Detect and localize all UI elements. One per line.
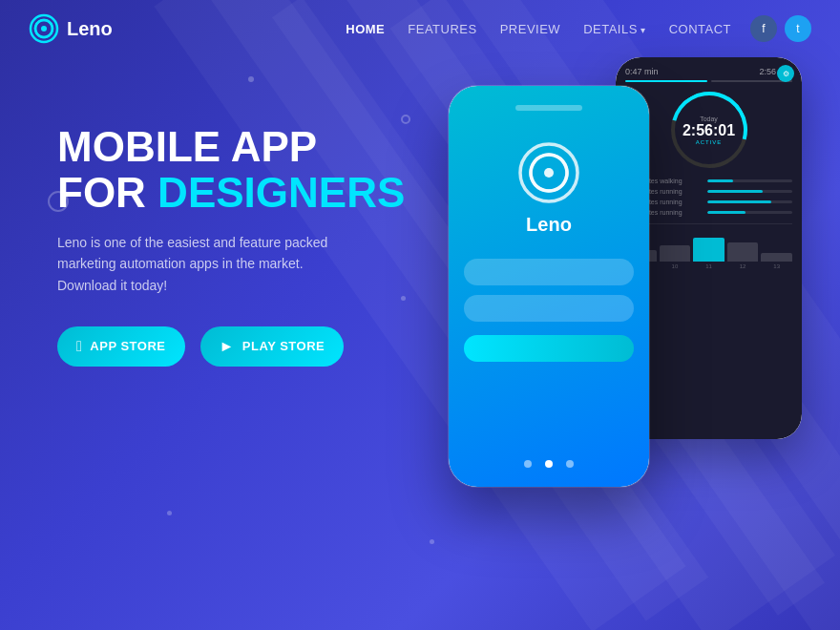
nav-features[interactable]: FEATURES <box>408 22 476 36</box>
activity-4: 29 minutes running <box>625 209 792 216</box>
appstore-label: APP STORE <box>90 339 165 353</box>
phone2-dividers <box>625 80 792 82</box>
phones-container: Leno ⚙ 0:47 m <box>420 57 802 592</box>
phone-footer-dots <box>524 460 574 468</box>
svg-point-3 <box>41 26 47 32</box>
activity-1: 21 minutes walking <box>625 178 792 184</box>
twitter-button[interactable]: t <box>785 15 811 42</box>
navbar: Leno HOME FEATURES PREVIEW DETAILS CONTA… <box>0 0 840 57</box>
phone-app-name: Leno <box>526 214 572 236</box>
decorative-dot <box>401 115 410 124</box>
activity-3: 55 minutes running <box>625 199 792 205</box>
hero-title-line1: MOBILE APP <box>57 123 317 170</box>
brand-name: Leno <box>67 18 113 40</box>
nav-contact[interactable]: CONTACT <box>669 22 731 36</box>
nav-home[interactable]: HOME <box>346 22 385 36</box>
dot-1 <box>524 460 532 468</box>
dot-3 <box>566 460 574 468</box>
phone2-time-left-val: 0:47 <box>625 67 642 76</box>
dot-2 <box>545 460 553 468</box>
apple-icon:  <box>76 338 82 355</box>
phone2-chart <box>625 223 792 262</box>
activity-4-fill <box>707 211 746 214</box>
hero-title-line2-normal: FOR <box>57 169 158 216</box>
decorative-dot <box>248 76 254 82</box>
phone2-time-left-unit: min <box>644 67 659 76</box>
hero-subtitle: Leno is one of the easiest and feature p… <box>57 232 363 296</box>
logo[interactable]: Leno <box>29 13 113 44</box>
chart-label-2: 10 <box>660 263 691 269</box>
phone2-circle: Today 2:56:01 ACTIVE <box>671 92 747 168</box>
phone2-arc <box>657 77 761 181</box>
phone-password-input <box>464 295 634 322</box>
activity-2-fill <box>707 190 763 193</box>
activity-1-fill <box>707 179 733 182</box>
phone-logo-icon <box>515 139 582 206</box>
chart-label-3: 11 <box>693 263 724 269</box>
phone-username-input <box>464 259 634 285</box>
facebook-button[interactable]: f <box>750 15 777 42</box>
phone2-time-left: 0:47 min <box>625 67 659 76</box>
phone-login-button <box>464 335 634 362</box>
playstore-label: PLAY STORE <box>242 339 325 353</box>
play-icon: ► <box>220 338 235 355</box>
hero-title: MOBILE APP FOR DESIGNERS <box>57 124 405 217</box>
phone2-circle-container: Today 2:56:01 ACTIVE <box>625 92 792 168</box>
bar-2 <box>660 245 691 262</box>
playstore-button[interactable]: ► PLAY STORE <box>200 326 345 367</box>
social-links: f t <box>750 15 811 42</box>
nav-preview[interactable]: PREVIEW <box>500 22 560 36</box>
bar-3 <box>693 238 724 262</box>
phone-main: Leno <box>449 86 649 487</box>
activity-2: 45 minutes running <box>625 188 792 195</box>
chart-label-4: 12 <box>727 263 759 269</box>
chart-label-5: 13 <box>761 263 792 269</box>
bar-5 <box>761 253 792 262</box>
hero-title-highlight: DESIGNERS <box>158 169 405 216</box>
activity-1-bar <box>707 179 792 182</box>
divider-1 <box>625 80 707 82</box>
activity-4-bar <box>707 211 792 214</box>
svg-point-7 <box>544 168 554 178</box>
activity-3-fill <box>707 200 771 203</box>
phone2-activities: 21 minutes walking 45 minutes running 55… <box>625 178 792 216</box>
phone2-time-right-val: 2:56 <box>759 67 776 76</box>
phone-notch <box>515 105 582 111</box>
activity-3-bar <box>707 200 792 203</box>
appstore-button[interactable]:  APP STORE <box>57 326 185 367</box>
hero-content: MOBILE APP FOR DESIGNERS Leno is one of … <box>57 124 405 367</box>
phone2-settings-icon: ⚙ <box>777 65 794 82</box>
phone2-header: 0:47 min 2:56 min <box>625 67 792 76</box>
phone2-chart-labels: 09 10 11 12 13 <box>625 263 792 269</box>
hero-section: Leno HOME FEATURES PREVIEW DETAILS CONTA… <box>0 0 840 630</box>
nav-links: HOME FEATURES PREVIEW DETAILS CONTACT <box>346 22 731 36</box>
bar-4 <box>727 242 759 262</box>
logo-icon <box>29 13 59 44</box>
decorative-dot <box>167 511 172 515</box>
activity-2-bar <box>707 190 792 193</box>
hero-buttons:  APP STORE ► PLAY STORE <box>57 326 405 367</box>
nav-details[interactable]: DETAILS <box>583 22 646 36</box>
